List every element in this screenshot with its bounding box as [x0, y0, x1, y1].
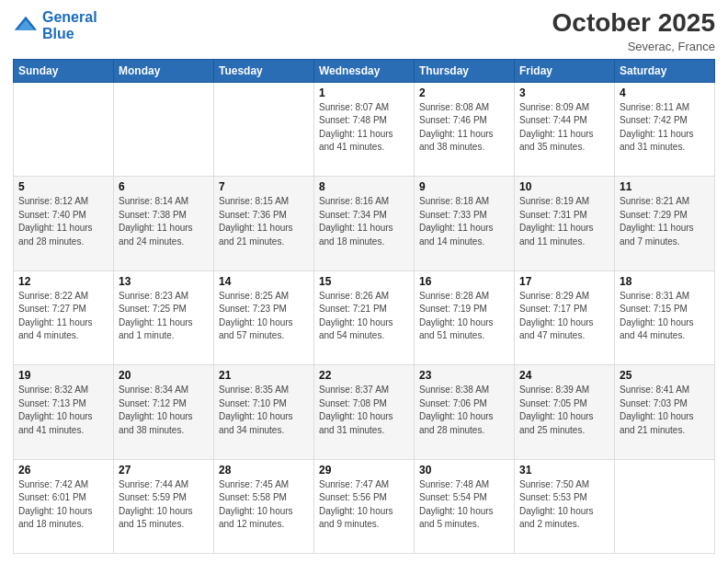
day-number: 15: [319, 275, 409, 288]
calendar-cell: 6Sunrise: 8:14 AMSunset: 7:38 PMDaylight…: [114, 177, 214, 270]
day-number: 31: [519, 464, 609, 477]
calendar-cell: 9Sunrise: 8:18 AMSunset: 7:33 PMDaylight…: [415, 177, 515, 270]
day-info: Sunrise: 8:41 AMSunset: 7:03 PMDaylight:…: [620, 384, 710, 437]
calendar-cell: 13Sunrise: 8:23 AMSunset: 7:25 PMDayligh…: [114, 270, 214, 364]
col-saturday: Saturday: [615, 59, 715, 82]
day-info: Sunrise: 8:31 AMSunset: 7:15 PMDaylight:…: [620, 290, 710, 343]
col-tuesday: Tuesday: [214, 59, 314, 82]
day-info: Sunrise: 8:18 AMSunset: 7:33 PMDaylight:…: [419, 195, 509, 248]
day-info: Sunrise: 8:23 AMSunset: 7:25 PMDaylight:…: [119, 290, 209, 343]
location: Severac, France: [552, 40, 715, 53]
day-info: Sunrise: 8:35 AMSunset: 7:10 PMDaylight:…: [219, 384, 309, 437]
calendar-week-4: 19Sunrise: 8:32 AMSunset: 7:13 PMDayligh…: [14, 365, 715, 459]
day-info: Sunrise: 8:21 AMSunset: 7:29 PMDaylight:…: [620, 195, 710, 248]
day-number: 14: [219, 275, 309, 288]
calendar-week-5: 26Sunrise: 7:42 AMSunset: 6:01 PMDayligh…: [14, 459, 715, 553]
calendar-cell: 4Sunrise: 8:11 AMSunset: 7:42 PMDaylight…: [615, 82, 715, 176]
calendar-cell: 16Sunrise: 8:28 AMSunset: 7:19 PMDayligh…: [415, 270, 515, 364]
calendar-cell: 24Sunrise: 8:39 AMSunset: 7:05 PMDayligh…: [515, 365, 615, 459]
day-info: Sunrise: 8:34 AMSunset: 7:12 PMDaylight:…: [119, 384, 209, 437]
day-number: 30: [419, 464, 509, 477]
col-thursday: Thursday: [415, 59, 515, 82]
month-year: October 2025: [552, 9, 715, 38]
col-monday: Monday: [114, 59, 214, 82]
col-sunday: Sunday: [14, 59, 114, 82]
col-wednesday: Wednesday: [314, 59, 415, 82]
day-number: 20: [119, 369, 209, 382]
calendar-cell: 17Sunrise: 8:29 AMSunset: 7:17 PMDayligh…: [515, 270, 615, 364]
calendar-table: Sunday Monday Tuesday Wednesday Thursday…: [13, 59, 715, 554]
calendar-cell: 3Sunrise: 8:09 AMSunset: 7:44 PMDaylight…: [515, 82, 615, 176]
day-number: 17: [519, 275, 609, 288]
day-number: 12: [18, 275, 108, 288]
calendar-cell: [615, 459, 715, 553]
calendar-cell: 11Sunrise: 8:21 AMSunset: 7:29 PMDayligh…: [615, 177, 715, 270]
day-number: 13: [119, 275, 209, 288]
day-number: 18: [620, 275, 710, 288]
day-info: Sunrise: 8:32 AMSunset: 7:13 PMDaylight:…: [18, 384, 108, 437]
day-number: 6: [119, 180, 209, 193]
day-number: 23: [419, 369, 509, 382]
day-info: Sunrise: 8:39 AMSunset: 7:05 PMDaylight:…: [519, 384, 609, 437]
calendar-cell: 14Sunrise: 8:25 AMSunset: 7:23 PMDayligh…: [214, 270, 314, 364]
calendar-cell: 23Sunrise: 8:38 AMSunset: 7:06 PMDayligh…: [415, 365, 515, 459]
calendar-week-3: 12Sunrise: 8:22 AMSunset: 7:27 PMDayligh…: [14, 270, 715, 364]
header: General Blue October 2025 Severac, Franc…: [13, 9, 715, 53]
col-friday: Friday: [515, 59, 615, 82]
day-info: Sunrise: 7:47 AMSunset: 5:56 PMDaylight:…: [319, 478, 409, 532]
day-info: Sunrise: 8:37 AMSunset: 7:08 PMDaylight:…: [319, 384, 409, 437]
calendar-cell: 26Sunrise: 7:42 AMSunset: 6:01 PMDayligh…: [14, 459, 114, 553]
calendar-cell: 29Sunrise: 7:47 AMSunset: 5:56 PMDayligh…: [314, 459, 415, 553]
day-number: 22: [319, 369, 409, 382]
day-info: Sunrise: 8:07 AMSunset: 7:48 PMDaylight:…: [319, 101, 409, 155]
calendar-cell: 27Sunrise: 7:44 AMSunset: 5:59 PMDayligh…: [114, 459, 214, 553]
day-info: Sunrise: 8:08 AMSunset: 7:46 PMDaylight:…: [419, 101, 509, 155]
day-number: 8: [319, 180, 409, 193]
day-number: 27: [119, 464, 209, 477]
calendar-header-row: Sunday Monday Tuesday Wednesday Thursday…: [14, 59, 715, 82]
day-number: 1: [319, 86, 409, 99]
day-info: Sunrise: 7:48 AMSunset: 5:54 PMDaylight:…: [419, 478, 509, 532]
day-info: Sunrise: 7:42 AMSunset: 6:01 PMDaylight:…: [18, 478, 108, 532]
calendar-cell: 10Sunrise: 8:19 AMSunset: 7:31 PMDayligh…: [515, 177, 615, 270]
day-number: 4: [620, 86, 710, 99]
day-info: Sunrise: 7:50 AMSunset: 5:53 PMDaylight:…: [519, 478, 609, 532]
calendar-cell: 20Sunrise: 8:34 AMSunset: 7:12 PMDayligh…: [114, 365, 214, 459]
day-info: Sunrise: 8:16 AMSunset: 7:34 PMDaylight:…: [319, 195, 409, 248]
day-number: 10: [519, 180, 609, 193]
calendar-cell: 15Sunrise: 8:26 AMSunset: 7:21 PMDayligh…: [314, 270, 415, 364]
calendar-cell: 18Sunrise: 8:31 AMSunset: 7:15 PMDayligh…: [615, 270, 715, 364]
page: General Blue October 2025 Severac, Franc…: [0, 0, 728, 563]
logo-text: General Blue: [42, 9, 97, 41]
day-info: Sunrise: 8:29 AMSunset: 7:17 PMDaylight:…: [519, 290, 609, 343]
day-info: Sunrise: 8:15 AMSunset: 7:36 PMDaylight:…: [219, 195, 309, 248]
calendar-cell: 1Sunrise: 8:07 AMSunset: 7:48 PMDaylight…: [314, 82, 415, 176]
calendar-cell: 2Sunrise: 8:08 AMSunset: 7:46 PMDaylight…: [415, 82, 515, 176]
logo-icon: [13, 13, 39, 39]
logo-blue: Blue: [42, 26, 74, 41]
day-info: Sunrise: 7:44 AMSunset: 5:59 PMDaylight:…: [119, 478, 209, 532]
day-info: Sunrise: 8:12 AMSunset: 7:40 PMDaylight:…: [18, 195, 108, 248]
calendar-cell: [14, 82, 114, 176]
day-info: Sunrise: 8:19 AMSunset: 7:31 PMDaylight:…: [519, 195, 609, 248]
day-number: 19: [18, 369, 108, 382]
day-number: 29: [319, 464, 409, 477]
day-number: 21: [219, 369, 309, 382]
day-number: 16: [419, 275, 509, 288]
day-number: 11: [620, 180, 710, 193]
day-info: Sunrise: 8:28 AMSunset: 7:19 PMDaylight:…: [419, 290, 509, 343]
calendar-week-2: 5Sunrise: 8:12 AMSunset: 7:40 PMDaylight…: [14, 177, 715, 270]
calendar-cell: 31Sunrise: 7:50 AMSunset: 5:53 PMDayligh…: [515, 459, 615, 553]
logo: General Blue: [13, 9, 97, 41]
day-info: Sunrise: 7:45 AMSunset: 5:58 PMDaylight:…: [219, 478, 309, 532]
calendar-cell: 22Sunrise: 8:37 AMSunset: 7:08 PMDayligh…: [314, 365, 415, 459]
day-number: 3: [519, 86, 609, 99]
day-info: Sunrise: 8:11 AMSunset: 7:42 PMDaylight:…: [620, 101, 710, 155]
calendar-cell: [214, 82, 314, 176]
calendar-cell: 21Sunrise: 8:35 AMSunset: 7:10 PMDayligh…: [214, 365, 314, 459]
day-info: Sunrise: 8:26 AMSunset: 7:21 PMDaylight:…: [319, 290, 409, 343]
calendar-cell: 5Sunrise: 8:12 AMSunset: 7:40 PMDaylight…: [14, 177, 114, 270]
day-info: Sunrise: 8:25 AMSunset: 7:23 PMDaylight:…: [219, 290, 309, 343]
calendar-week-1: 1Sunrise: 8:07 AMSunset: 7:48 PMDaylight…: [14, 82, 715, 176]
day-info: Sunrise: 8:09 AMSunset: 7:44 PMDaylight:…: [519, 101, 609, 155]
